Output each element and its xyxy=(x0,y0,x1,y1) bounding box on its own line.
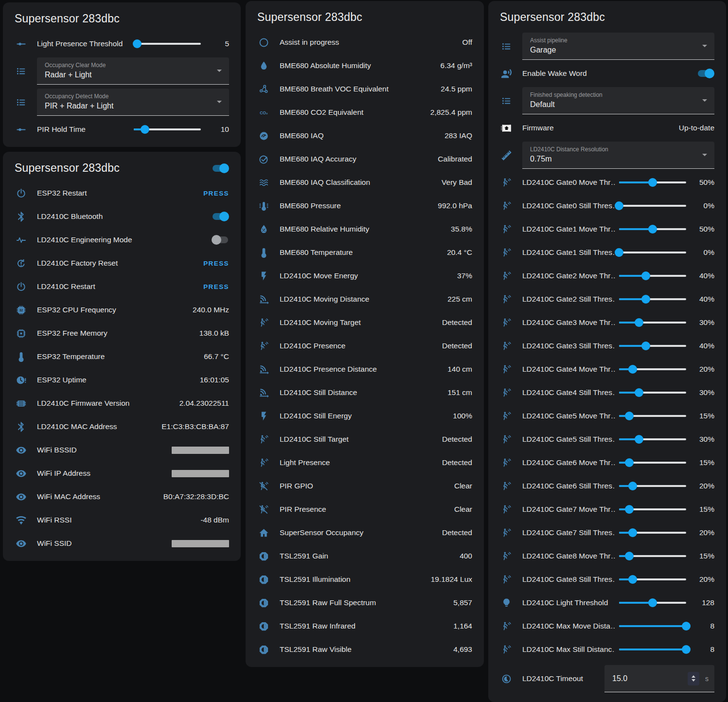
entity-row[interactable]: PIR GPIOClear xyxy=(253,474,476,498)
slider-knob[interactable] xyxy=(641,271,650,280)
slider-knob[interactable] xyxy=(133,39,142,48)
threshold-slider[interactable] xyxy=(619,504,686,514)
entity-row[interactable]: LD2410C Gate2 Move Thr…40% xyxy=(496,264,718,288)
slider-knob[interactable] xyxy=(641,342,650,350)
entity-row[interactable]: LD2410C Still Distance151 cm xyxy=(253,381,476,404)
entity-row[interactable]: LD2410C Gate4 Move Thr…20% xyxy=(496,358,718,381)
entity-row[interactable]: WiFi MAC AddressB0:A7:32:28:3D:BC xyxy=(11,485,233,508)
entity-row[interactable]: Light PresenceDetected xyxy=(253,451,476,474)
select-field[interactable]: Assist pipelineGarage xyxy=(522,33,714,60)
entity-row[interactable]: LD2410C Gate1 Move Thr…50% xyxy=(496,217,718,241)
slider-knob[interactable] xyxy=(648,225,657,234)
entity-row[interactable]: LD2410C PresenceDetected xyxy=(253,334,476,358)
entity-row[interactable]: BME680 IAQ283 IAQ xyxy=(253,124,476,147)
threshold-slider[interactable] xyxy=(619,271,686,281)
stepper[interactable] xyxy=(688,672,699,685)
threshold-slider[interactable] xyxy=(619,201,686,211)
slider-knob[interactable] xyxy=(625,505,634,514)
entity-row[interactable]: LD2410C Presence Distance140 cm xyxy=(253,358,476,381)
slider-knob[interactable] xyxy=(641,295,650,304)
entity-row[interactable]: LD2410C Gate8 Move Thr…15% xyxy=(496,544,718,568)
entity-row[interactable]: LD2410C Engineering Mode xyxy=(11,228,233,252)
slider-knob[interactable] xyxy=(615,248,623,257)
toggle-switch[interactable] xyxy=(212,235,229,245)
threshold-slider[interactable] xyxy=(619,364,686,374)
entity-row[interactable]: SuperSensor OccupancyDetected xyxy=(253,521,476,544)
slider-knob[interactable] xyxy=(628,528,637,537)
entity-row[interactable]: LD2410C Gate6 Still Thres…20% xyxy=(496,474,718,498)
entity-row[interactable]: LD2410C Gate0 Still Thres…0% xyxy=(496,194,718,217)
entity-row[interactable]: LD2410C Max Still Distanc…8 xyxy=(496,638,718,661)
entity-row[interactable]: WiFi SSID xyxy=(11,532,233,555)
entity-row[interactable]: BME680 Temperature20.4 °C xyxy=(253,241,476,264)
entity-row[interactable]: TSL2591 Raw Full Spectrum5,857 xyxy=(253,591,476,614)
entity-row[interactable]: LD2410C Timeout15.0s xyxy=(496,661,718,696)
threshold-slider[interactable] xyxy=(619,294,686,304)
select-field[interactable]: LD2410C Distance Resolution0.75m xyxy=(522,142,714,169)
entity-row[interactable]: LD2410C Gate7 Move Thr…15% xyxy=(496,498,718,521)
threshold-slider[interactable] xyxy=(619,528,686,538)
entity-row[interactable]: LD2410C MAC AddressE1:C3:B3:CB:BA:87 xyxy=(11,415,233,438)
entity-row[interactable]: BME680 Pressure992.0 hPa xyxy=(253,194,476,217)
threshold-slider[interactable] xyxy=(619,621,686,631)
threshold-slider[interactable] xyxy=(619,645,686,654)
entity-row[interactable]: 32ESP32 CPU Frequency240.0 MHz xyxy=(11,298,233,322)
entity-row[interactable]: WiFi RSSI-48 dBm xyxy=(11,508,233,532)
slider-knob[interactable] xyxy=(682,645,691,654)
entity-row[interactable]: LD2410C Still TargetDetected xyxy=(253,428,476,451)
entity-row[interactable]: LD2410C Gate6 Move Thr…15% xyxy=(496,451,718,474)
threshold-slider[interactable] xyxy=(619,411,686,421)
entity-row[interactable]: BME680 IAQ ClassificationVery Bad xyxy=(253,171,476,194)
entity-row[interactable]: TSL2591 Raw Infrared1,164 xyxy=(253,614,476,638)
threshold-slider[interactable] xyxy=(619,551,686,561)
threshold-slider[interactable] xyxy=(619,598,686,608)
entity-row[interactable]: BME680 Relative Humidity35.8% xyxy=(253,217,476,241)
select-field[interactable]: Occupancy Detect ModePIR + Radar + Light xyxy=(37,89,229,116)
select-field[interactable]: Finished speaking detectionDefault xyxy=(522,87,714,114)
slider-knob[interactable] xyxy=(628,575,637,584)
entity-row[interactable]: FirmwareUp-to-date xyxy=(496,116,718,140)
slider-knob[interactable] xyxy=(682,622,691,630)
entity-row[interactable]: TSL2591 Gain400 xyxy=(253,544,476,568)
slider-knob[interactable] xyxy=(648,178,657,187)
slider-knob[interactable] xyxy=(615,201,623,210)
toggle-switch[interactable] xyxy=(697,69,714,78)
toggle-knob[interactable] xyxy=(212,235,221,245)
threshold-slider[interactable] xyxy=(619,388,686,397)
entity-row[interactable]: LD2410C Bluetooth xyxy=(11,205,233,228)
threshold-slider[interactable] xyxy=(619,434,686,444)
entity-row[interactable]: ESP32 RestartPRESS xyxy=(11,181,233,205)
threshold-slider[interactable] xyxy=(619,481,686,491)
threshold-slider[interactable] xyxy=(619,341,686,351)
press-button[interactable]: PRESS xyxy=(203,283,229,290)
entity-row[interactable]: LD2410C Gate3 Still Thres…40% xyxy=(496,334,718,358)
toggle-knob[interactable] xyxy=(705,69,714,78)
threshold-slider[interactable] xyxy=(619,178,686,187)
threshold-slider[interactable] xyxy=(619,224,686,234)
slider-knob[interactable] xyxy=(141,125,149,134)
entity-row[interactable]: CO₂BME680 CO2 Equivalent2,825.4 ppm xyxy=(253,101,476,124)
press-button[interactable]: PRESS xyxy=(203,190,229,197)
threshold-slider[interactable] xyxy=(619,575,686,584)
press-button[interactable]: PRESS xyxy=(203,260,229,267)
entity-row[interactable]: Light Presence Threshold5 xyxy=(11,32,233,55)
toggle-knob[interactable] xyxy=(219,163,229,173)
chevron-down-icon[interactable] xyxy=(692,679,695,682)
entity-row[interactable]: BME680 Breath VOC Equivalent24.5 ppm xyxy=(253,77,476,101)
slider-knob[interactable] xyxy=(628,365,637,374)
entity-row[interactable]: LD2410C Gate3 Move Thr…30% xyxy=(496,311,718,334)
slider-knob[interactable] xyxy=(635,435,643,444)
threshold-slider[interactable] xyxy=(619,318,686,327)
entity-row[interactable]: PIR Hold Time10 xyxy=(11,118,233,141)
slider-knob[interactable] xyxy=(628,482,637,490)
entity-row[interactable]: LD2410C Moving Distance225 cm xyxy=(253,288,476,311)
entity-row[interactable]: WiFi BSSID xyxy=(11,438,233,462)
toggle-switch[interactable] xyxy=(212,212,229,221)
entity-row[interactable]: LD2410C Still Energy100% xyxy=(253,404,476,428)
toggle-switch[interactable] xyxy=(212,163,229,173)
entity-row[interactable]: Enable Wake Word xyxy=(496,62,718,85)
number-input[interactable]: 15.0s xyxy=(604,665,714,692)
entity-row[interactable]: LD2410C Gate5 Move Thr…15% xyxy=(496,404,718,428)
entity-row[interactable]: LD2410C Gate8 Still Thres…20% xyxy=(496,568,718,591)
slider-knob[interactable] xyxy=(648,598,657,607)
